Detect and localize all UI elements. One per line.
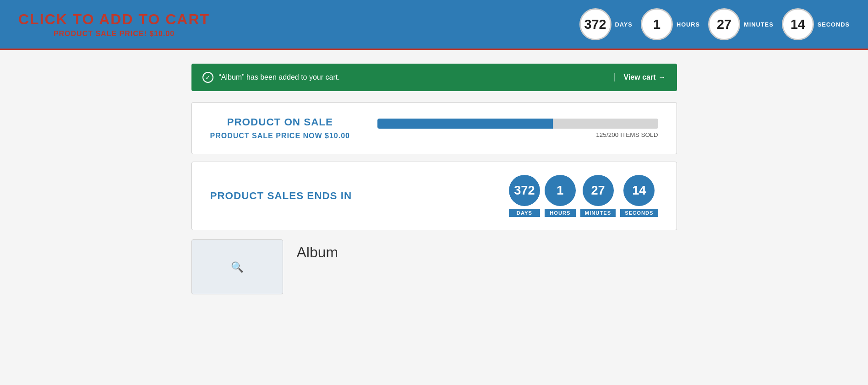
top-banner[interactable]: CLICK TO ADD TO CART PRODUCT SALE PRICE!… <box>0 0 868 50</box>
banner-days-unit: 372 DAYS <box>579 8 633 40</box>
product-sale-box: PRODUCT ON SALE PRODUCT SALE PRICE NOW $… <box>191 102 677 154</box>
banner-left: CLICK TO ADD TO CART PRODUCT SALE PRICE!… <box>18 11 210 38</box>
countdown-seconds-circle: 14 <box>623 175 655 206</box>
banner-countdown: 372 DAYS 1 HOURS 27 MINUTES 14 SECONDS <box>579 8 850 40</box>
progress-bar-bg <box>377 119 658 129</box>
countdown-box-units: 372 DAYS 1 HOURS 27 MINUTES 14 SECONDS <box>509 175 658 217</box>
progress-text: 125/200 ITEMS SOLD <box>377 131 658 138</box>
album-title: Album <box>297 244 338 261</box>
album-thumbnail[interactable]: 🔍 <box>191 239 283 294</box>
banner-minutes-circle: 27 <box>708 8 740 40</box>
main-content: ✓ “Album” has been added to your cart. V… <box>182 50 686 308</box>
view-cart-link[interactable]: View cart → <box>614 73 666 81</box>
banner-hours-label: HOURS <box>677 21 700 28</box>
cart-notification-message: “Album” has been added to your cart. <box>219 73 340 81</box>
banner-subtitle: PRODUCT SALE PRICE! $10.00 <box>54 30 175 38</box>
banner-days-circle: 372 <box>579 8 611 40</box>
album-info: Album <box>297 239 338 261</box>
banner-hours-unit: 1 HOURS <box>641 8 700 40</box>
countdown-days-unit: 372 DAYS <box>509 175 540 217</box>
view-cart-label: View cart <box>624 73 656 81</box>
banner-days-label: DAYS <box>615 21 633 28</box>
countdown-hours-unit: 1 HOURS <box>545 175 576 217</box>
banner-seconds-label: SECONDS <box>818 21 850 28</box>
countdown-days-circle: 372 <box>509 175 540 206</box>
countdown-minutes-circle: 27 <box>583 175 614 206</box>
countdown-days-label: DAYS <box>509 209 540 217</box>
countdown-seconds-label: SECONDS <box>620 209 658 217</box>
view-cart-arrow: → <box>659 73 666 81</box>
banner-minutes-unit: 27 MINUTES <box>708 8 774 40</box>
banner-hours-circle: 1 <box>641 8 673 40</box>
product-sale-price: PRODUCT SALE PRICE NOW $10.00 <box>210 132 350 140</box>
product-sale-left: PRODUCT ON SALE PRODUCT SALE PRICE NOW $… <box>210 116 350 140</box>
banner-seconds-circle: 14 <box>782 8 814 40</box>
cart-notification-left: ✓ “Album” has been added to your cart. <box>202 72 340 83</box>
album-section: 🔍 Album <box>191 239 677 294</box>
countdown-minutes-label: MINUTES <box>580 209 616 217</box>
countdown-hours-label: HOURS <box>545 209 576 217</box>
countdown-hours-circle: 1 <box>545 175 576 206</box>
progress-bar-fill <box>377 119 553 129</box>
cart-notification: ✓ “Album” has been added to your cart. V… <box>191 64 677 91</box>
product-on-sale-title: PRODUCT ON SALE <box>227 116 333 128</box>
countdown-box-title: PRODUCT SALES ENDS IN <box>210 190 352 202</box>
check-icon: ✓ <box>202 72 213 83</box>
countdown-seconds-unit: 14 SECONDS <box>620 175 658 217</box>
countdown-box: PRODUCT SALES ENDS IN 372 DAYS 1 HOURS 2… <box>191 162 677 230</box>
banner-minutes-label: MINUTES <box>744 21 774 28</box>
banner-seconds-unit: 14 SECONDS <box>782 8 850 40</box>
progress-container: 125/200 ITEMS SOLD <box>377 119 658 138</box>
banner-title[interactable]: CLICK TO ADD TO CART <box>18 11 210 28</box>
countdown-minutes-unit: 27 MINUTES <box>580 175 616 217</box>
search-icon[interactable]: 🔍 <box>231 261 244 273</box>
